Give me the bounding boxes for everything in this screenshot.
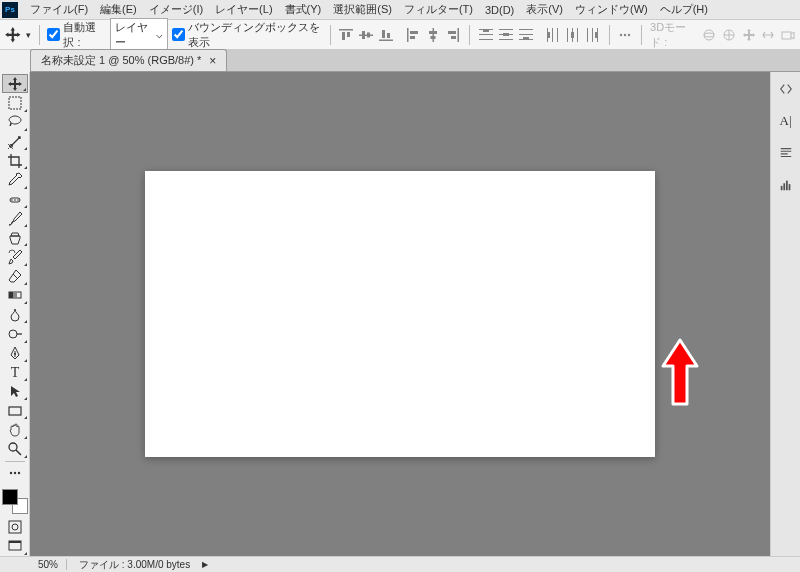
layer-select[interactable]: レイヤー ⌵ [110,18,168,52]
zoom-level[interactable]: 50% [30,559,67,570]
align-bottom-icon[interactable] [378,26,394,44]
svg-rect-15 [458,28,460,42]
tab-close-icon[interactable]: × [209,54,216,68]
quick-mask-icon[interactable] [2,518,28,537]
panel-expand-icon[interactable] [775,78,797,100]
tool-preset-dropdown[interactable]: ▾ [26,30,31,40]
auto-select-input[interactable] [47,28,60,41]
file-info[interactable]: ファイル : 3.00M/0 bytes [79,558,190,572]
paragraph-panel-icon[interactable] [775,142,797,164]
eyedropper-tool[interactable] [2,170,28,189]
lasso-tool[interactable] [2,113,28,132]
distribute-top-icon[interactable] [478,26,494,44]
divider [5,461,25,462]
edit-toolbar-icon[interactable] [2,464,28,483]
svg-rect-41 [595,32,597,38]
menu-select[interactable]: 選択範囲(S) [327,0,398,19]
move-tool[interactable] [2,74,28,93]
right-panel: A| [770,72,800,556]
svg-rect-30 [547,28,548,42]
type-tool[interactable]: T [2,363,28,382]
marquee-tool[interactable] [2,93,28,112]
document-tab[interactable]: 名称未設定 1 @ 50% (RGB/8#) * × [30,49,227,71]
svg-rect-38 [587,28,588,42]
svg-rect-16 [448,31,456,34]
align-vcenter-icon[interactable] [358,26,374,44]
crop-tool[interactable] [2,151,28,170]
history-brush-tool[interactable] [2,247,28,266]
distribute-right-icon[interactable] [585,26,601,44]
menu-file[interactable]: ファイル(F) [24,0,94,19]
workspace: T A| [0,72,800,556]
menu-layer[interactable]: レイヤー(L) [209,0,278,19]
gradient-tool[interactable] [2,286,28,305]
3d-roll-icon[interactable] [721,26,737,44]
svg-rect-72 [786,181,788,191]
align-left-icon[interactable] [406,26,422,44]
3d-orbit-icon[interactable] [701,26,717,44]
status-dropdown-icon[interactable]: ▶ [202,560,208,569]
clone-stamp-tool[interactable] [2,228,28,247]
screen-mode-icon[interactable] [2,537,28,556]
menu-view[interactable]: 表示(V) [520,0,569,19]
move-tool-indicator-icon[interactable] [4,25,22,45]
menu-help[interactable]: ヘルプ(H) [654,0,714,19]
character-panel-icon[interactable]: A| [775,110,797,132]
auto-select-checkbox[interactable]: 自動選択 : [47,20,105,50]
svg-point-54 [17,199,19,201]
align-right-icon[interactable] [445,26,461,44]
blur-tool[interactable] [2,305,28,324]
healing-brush-tool[interactable] [2,190,28,209]
svg-rect-13 [429,31,437,34]
menu-image[interactable]: イメージ(I) [143,0,209,19]
canvas-area[interactable] [30,72,770,556]
dodge-tool[interactable] [2,324,28,343]
menu-3d[interactable]: 3D(D) [479,2,520,18]
foreground-color[interactable] [2,489,18,505]
menu-window[interactable]: ウィンドウ(W) [569,0,654,19]
separator [469,25,470,45]
bounding-box-label: バウンディングボックスを表示 [188,20,322,50]
canvas[interactable] [145,171,655,457]
zoom-tool[interactable] [2,440,28,459]
svg-rect-48 [782,32,791,39]
distribute-vcenter-icon[interactable] [498,26,514,44]
path-select-tool[interactable] [2,382,28,401]
align-top-icon[interactable] [338,26,354,44]
bounding-box-input[interactable] [172,28,185,41]
svg-rect-14 [431,36,436,39]
menu-type[interactable]: 書式(Y) [279,0,328,19]
3d-slide-icon[interactable] [760,26,776,44]
distribute-hcenter-icon[interactable] [565,26,581,44]
color-swatches[interactable] [2,489,28,513]
histogram-panel-icon[interactable] [775,174,797,196]
hand-tool[interactable] [2,420,28,439]
svg-rect-20 [479,39,493,40]
app-icon: Ps [2,2,18,18]
brush-tool[interactable] [2,209,28,228]
quick-select-tool[interactable] [2,132,28,151]
svg-rect-27 [519,34,533,35]
distribute-bottom-icon[interactable] [518,26,534,44]
menu-edit[interactable]: 編集(E) [94,0,143,19]
bounding-box-checkbox[interactable]: バウンディングボックスを表示 [172,20,322,50]
3d-pan-icon[interactable] [741,26,757,44]
more-options-icon[interactable] [617,26,633,44]
tab-title: 名称未設定 1 @ 50% (RGB/8#) * [41,53,201,68]
separator [641,25,642,45]
svg-rect-61 [9,407,21,415]
eraser-tool[interactable] [2,267,28,286]
svg-rect-26 [519,29,533,30]
svg-point-58 [9,330,17,338]
pen-tool[interactable] [2,344,28,363]
svg-point-65 [17,472,19,474]
svg-rect-56 [9,292,13,298]
align-hcenter-icon[interactable] [425,26,441,44]
svg-rect-57 [13,292,17,298]
menu-filter[interactable]: フィルター(T) [398,0,479,19]
rectangle-tool[interactable] [2,401,28,420]
chevron-down-icon: ⌵ [156,28,163,41]
svg-rect-34 [567,28,568,42]
3d-camera-icon[interactable] [780,26,796,44]
distribute-left-icon[interactable] [545,26,561,44]
